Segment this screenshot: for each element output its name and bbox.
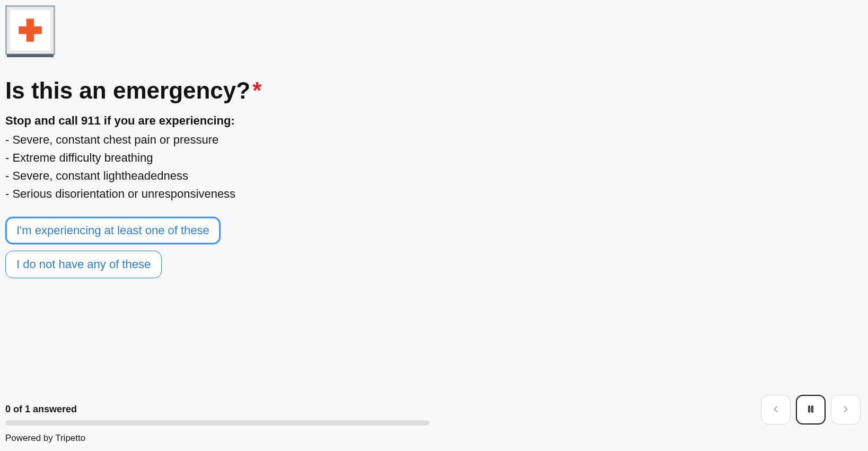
question-subheading: Stop and call 911 if you are experiencin… [5,114,863,128]
answer-options: I'm experiencing at least one of these I… [5,217,863,278]
chevron-left-icon [770,404,781,416]
bullet-item: - Severe, constant lightheadedness [5,167,863,185]
footer: 0 of 1 answered Powered by Tripetto [0,399,868,451]
progress-text: 0 of 1 answered [5,404,863,415]
pause-icon [805,404,816,416]
option-not-experiencing[interactable]: I do not have any of these [5,251,162,278]
option-experiencing[interactable]: I'm experiencing at least one of these [5,217,221,244]
bullet-item: - Severe, constant chest pain or pressur… [5,131,863,149]
powered-by[interactable]: Powered by Tripetto [5,433,863,444]
progress-bar [5,420,429,426]
question-title: Is this an emergency?* [5,77,863,104]
question-title-text: Is this an emergency? [5,77,250,103]
question-bullets: - Severe, constant chest pain or pressur… [5,131,863,203]
next-button[interactable] [831,395,861,425]
bullet-item: - Extreme difficulty breathing [5,149,863,167]
bullet-item: - Serious disorientation or unresponsive… [5,185,863,203]
chevron-right-icon [840,404,851,416]
medical-cross-icon [5,5,55,55]
required-mark: * [252,77,261,103]
svg-rect-1 [812,406,813,412]
pause-button[interactable] [796,395,826,425]
nav-buttons [761,395,861,425]
svg-rect-0 [809,406,810,412]
prev-button[interactable] [761,395,791,425]
